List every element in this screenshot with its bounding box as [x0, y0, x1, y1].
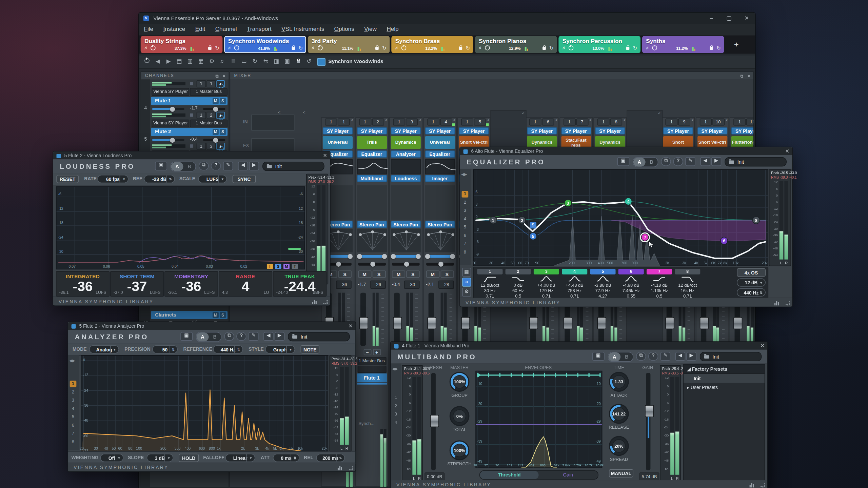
band-chip-5[interactable]: 5: [590, 269, 615, 274]
play-icon[interactable]: ▶: [164, 57, 173, 66]
port-chip[interactable]: 1: [325, 118, 337, 125]
midi-channel-chip[interactable]: 1: [206, 80, 216, 87]
gear-icon[interactable]: ⚙: [462, 288, 471, 297]
prev-preset-button[interactable]: ◀: [238, 162, 248, 170]
shrink-button[interactable]: −: [363, 349, 371, 355]
channel-chip[interactable]: 6: [542, 118, 554, 125]
fx-slot-button[interactable]: Loudness: [391, 175, 421, 182]
port-chip[interactable]: 1: [393, 118, 405, 125]
edit-icon[interactable]: ✎: [685, 157, 695, 166]
link-icon[interactable]: ↺: [304, 57, 314, 66]
band-chip-2[interactable]: 2: [506, 269, 531, 274]
tab-synchron-brass[interactable]: Synchron Brass♬13.2%↻: [391, 36, 473, 53]
channel-power-button[interactable]: [216, 80, 224, 87]
lock-icon[interactable]: [542, 45, 546, 51]
expand-icon[interactable]: ◀▶: [69, 359, 75, 363]
player-button[interactable]: SY Player: [323, 127, 353, 135]
stepper-icon[interactable]: ⇅: [291, 454, 299, 461]
window-layout-icon[interactable]: ▣: [282, 57, 292, 66]
player-button[interactable]: SY Player: [731, 127, 753, 135]
band-select-2[interactable]: 2: [462, 199, 469, 206]
collapse-arrow[interactable]: <: [522, 111, 524, 115]
articulation-button[interactable]: Dynamics: [391, 136, 421, 149]
channel-chip[interactable]: 9: [678, 118, 690, 125]
open-folder-icon[interactable]: ▥: [185, 57, 195, 66]
channel-fader[interactable]: [428, 293, 434, 346]
collapse-arrow[interactable]: <: [351, 118, 353, 122]
sync-button[interactable]: SYNC: [233, 175, 256, 183]
band-chip-1[interactable]: 1: [477, 269, 502, 274]
weighting-select[interactable]: Off▼: [100, 454, 124, 462]
collapse-arrow[interactable]: <: [725, 118, 728, 122]
eq-band-handle-1[interactable]: 1: [489, 216, 497, 224]
band-select-1[interactable]: 1: [462, 191, 469, 198]
band-gain[interactable]: 12 dB/oct: [675, 283, 700, 288]
mute-button[interactable]: M: [426, 270, 439, 278]
collapse-arrow[interactable]: <: [487, 118, 490, 122]
eq-band-handle-8[interactable]: 8: [752, 216, 760, 224]
menu-vsl-instruments[interactable]: VSL Instruments: [276, 24, 329, 34]
factory-presets-row[interactable]: ◢ Factory Presets: [684, 365, 764, 374]
player-button[interactable]: SY Player: [595, 127, 625, 135]
mini-fader[interactable]: [426, 263, 454, 266]
mute-button[interactable]: M: [213, 129, 219, 135]
reset-button[interactable]: RESET: [57, 175, 79, 183]
solo-button[interactable]: S: [220, 312, 226, 318]
chevron-down-icon[interactable]: ▼: [115, 454, 123, 461]
preset-box[interactable]: Init: [262, 162, 324, 171]
stereo-pan-button[interactable]: Stereo Pan: [391, 221, 421, 228]
chevron-down-icon[interactable]: ▼: [120, 176, 128, 183]
copy-icon[interactable]: ⧉: [661, 157, 671, 166]
band-chip-7[interactable]: 7: [647, 269, 672, 274]
midi-plug-icon[interactable]: ♬: [218, 57, 227, 66]
collapse-arrow[interactable]: <: [658, 111, 660, 115]
next-preset-button[interactable]: ▶: [275, 332, 284, 341]
bus-box[interactable]: 1 Master Bus: [190, 120, 228, 127]
stepper-icon[interactable]: ⇅: [757, 289, 765, 296]
band-gain[interactable]: -4.98 dB: [618, 283, 644, 288]
band-select-3[interactable]: 3: [70, 397, 77, 404]
preset-init-row[interactable]: Init: [684, 374, 764, 383]
maximize-button[interactable]: ▢: [721, 13, 737, 24]
sync-icon[interactable]: ↻: [299, 45, 303, 51]
knob-release[interactable]: 141.22: [609, 404, 629, 424]
midi-port-chip[interactable]: 1: [197, 112, 206, 119]
band-gain[interactable]: +4.48 dB: [562, 283, 587, 288]
band-select-3[interactable]: 3: [393, 411, 399, 418]
band-chip-3[interactable]: 3: [534, 269, 559, 274]
scale-select[interactable]: LUFS▼: [198, 175, 227, 183]
lock-icon[interactable]: [208, 45, 212, 51]
precision-spinner[interactable]: 50⇅: [152, 345, 178, 353]
tab-duality-strings[interactable]: Duality Strings♬37.3%↻: [141, 36, 223, 53]
band-select-3[interactable]: 3: [462, 207, 469, 214]
tab-synths[interactable]: Synths♬11.2%↻: [642, 36, 724, 53]
prev-preset-button[interactable]: ◀: [263, 332, 273, 341]
band-freq[interactable]: 1.13k Hz: [647, 288, 672, 293]
ab-b[interactable]: B: [646, 158, 658, 166]
refresh-icon[interactable]: ↻: [250, 57, 260, 66]
power-icon[interactable]: [151, 45, 156, 52]
close-button[interactable]: ✕: [738, 13, 755, 24]
solo-button[interactable]: S: [220, 98, 226, 104]
collapse-arrow[interactable]: <: [419, 118, 421, 122]
collapse-arrow[interactable]: <: [589, 118, 592, 122]
band-select-1[interactable]: 1: [70, 381, 77, 387]
articulation-button[interactable]: Trills: [357, 136, 387, 149]
falloff-select[interactable]: Linear▼: [225, 454, 255, 462]
fx-slot-button[interactable]: Imager: [425, 175, 455, 182]
stepper-icon[interactable]: ⇅: [234, 346, 242, 353]
help-icon[interactable]: ?: [648, 352, 658, 361]
sync-icon[interactable]: ↻: [549, 45, 553, 51]
close-icon[interactable]: ✕: [760, 342, 764, 350]
band-chip-6[interactable]: 6: [618, 269, 644, 274]
solo-button[interactable]: S: [220, 129, 226, 135]
fx-slot-button[interactable]: Equalizer: [357, 150, 387, 158]
channel-chip[interactable]: 3: [406, 118, 418, 125]
plugin-titlebar[interactable]: 6 Alto Flute - Vienna Equalizer Pro✕: [460, 147, 792, 155]
pan-width-slider[interactable]: [426, 255, 454, 258]
band-select-6[interactable]: 6: [70, 422, 77, 429]
channel-header[interactable]: Flute 2MS: [151, 128, 228, 136]
ab-a[interactable]: A: [197, 332, 209, 341]
reference-spinner[interactable]: 440 Hz⇅: [213, 345, 243, 353]
solo-button[interactable]: S: [440, 270, 454, 278]
